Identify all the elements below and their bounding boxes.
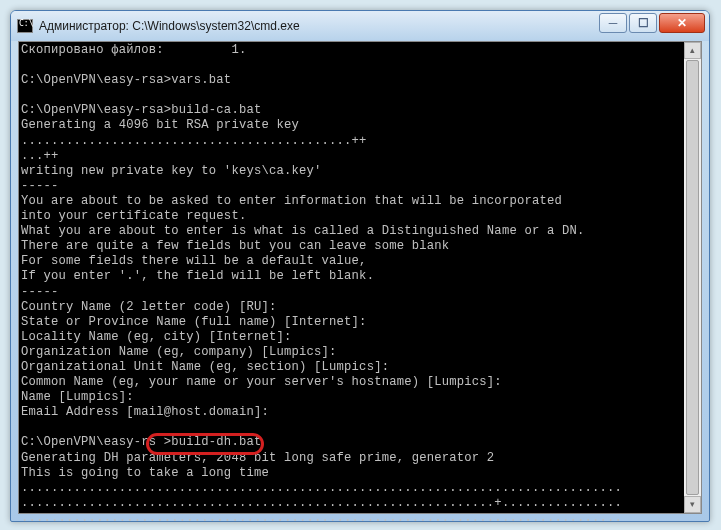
- scroll-thumb[interactable]: [686, 60, 699, 495]
- console-client-area: Скопировано файлов: 1. C:\OpenVPN\easy-r…: [18, 41, 702, 514]
- titlebar[interactable]: Администратор: C:\Windows\system32\cmd.e…: [11, 11, 709, 41]
- minimize-button[interactable]: ─: [599, 13, 627, 33]
- console-output[interactable]: Скопировано файлов: 1. C:\OpenVPN\easy-r…: [19, 42, 701, 522]
- cmd-icon: [17, 19, 33, 33]
- cmd-window: Администратор: C:\Windows\system32\cmd.e…: [10, 10, 710, 522]
- close-button[interactable]: ✕: [659, 13, 705, 33]
- scroll-down-button[interactable]: ▾: [684, 496, 701, 513]
- maximize-button[interactable]: ☐: [629, 13, 657, 33]
- vertical-scrollbar[interactable]: ▴ ▾: [684, 42, 701, 513]
- window-controls: ─ ☐ ✕: [599, 13, 705, 33]
- scroll-up-button[interactable]: ▴: [684, 42, 701, 59]
- window-title: Администратор: C:\Windows\system32\cmd.e…: [39, 19, 300, 33]
